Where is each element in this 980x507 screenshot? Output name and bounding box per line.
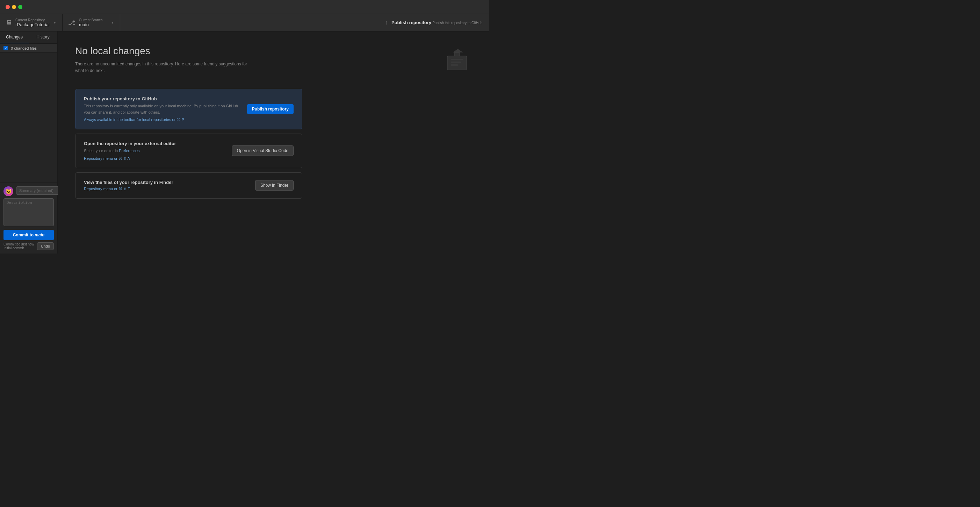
svg-rect-2 — [451, 62, 461, 63]
committed-row: Committed just now Initial commit Undo — [3, 240, 54, 250]
publish-card-title: Publish your repository to GitHub — [84, 96, 240, 101]
committed-info: Committed just now Initial commit — [3, 242, 34, 250]
no-changes-illustration — [444, 45, 472, 78]
sidebar-tabs: Changes History — [0, 32, 57, 44]
current-branch-section[interactable]: ⎇ Current Branch main ▼ — [62, 14, 120, 31]
publish-card-desc: This repository is currently only availa… — [84, 103, 240, 115]
editor-card-title: Open the repository in your external edi… — [84, 141, 225, 146]
editor-card: Open the repository in your external edi… — [75, 134, 302, 168]
current-branch-label: Current Branch — [79, 18, 103, 22]
commit-area: 🐱 Commit to main Committed just now Init… — [0, 183, 57, 254]
no-changes-text: No local changes There are no uncommitte… — [75, 45, 437, 74]
description-input[interactable] — [3, 198, 54, 226]
commit-avatar-row: 🐱 — [3, 187, 54, 196]
finder-card-title: View the files of your repository in Fin… — [84, 180, 248, 185]
monitor-icon: 🖥 — [6, 19, 12, 26]
close-button[interactable] — [6, 5, 10, 9]
changed-files-count: 0 changed files — [11, 46, 37, 50]
svg-rect-1 — [451, 59, 463, 60]
branch-icon: ⎇ — [68, 19, 75, 27]
svg-rect-4 — [454, 53, 460, 56]
publish-card: Publish your repository to GitHub This r… — [75, 89, 302, 129]
branch-chevron-icon: ▼ — [111, 21, 114, 24]
commit-branch: main — [35, 233, 45, 238]
files-area — [0, 53, 57, 183]
main-layout: Changes History 0 changed files 🐱 Commit… — [0, 32, 489, 254]
sidebar: Changes History 0 changed files 🐱 Commit… — [0, 32, 58, 254]
publish-info: Publish repository Publish this reposito… — [391, 20, 482, 25]
titlebar — [0, 0, 489, 14]
commit-button[interactable]: Commit to main — [3, 230, 54, 240]
avatar: 🐱 — [3, 187, 13, 196]
editor-card-hint: Repository menu or ⌘ ⇧ A — [84, 156, 225, 161]
tab-history[interactable]: History — [29, 32, 57, 43]
show-in-finder-button[interactable]: Show in Finder — [255, 180, 294, 191]
branch-info: Current Branch main — [79, 18, 103, 27]
committed-timestamp: Committed just now — [3, 242, 34, 246]
undo-button[interactable]: Undo — [37, 242, 54, 250]
maximize-button[interactable] — [18, 5, 22, 9]
open-in-vscode-button[interactable]: Open in Visual Studio Code — [232, 145, 294, 156]
svg-rect-3 — [451, 64, 458, 66]
no-changes-header: No local changes There are no uncommitte… — [75, 45, 472, 78]
publish-card-text: Publish your repository to GitHub This r… — [84, 96, 240, 122]
publish-repository-button[interactable]: Publish repository — [247, 104, 294, 114]
finder-card: View the files of your repository in Fin… — [75, 172, 302, 199]
minimize-button[interactable] — [12, 5, 16, 9]
current-repository-section[interactable]: 🖥 Current Repository rPackageTutorial ▼ — [0, 14, 62, 31]
publish-card-hint: Always available in the toolbar for loca… — [84, 118, 240, 122]
current-repository-label: Current Repository — [15, 18, 49, 22]
publish-sublabel: Publish this repository to GitHub — [432, 21, 482, 25]
publish-icon: ↑ — [385, 19, 388, 26]
traffic-lights — [6, 5, 22, 9]
select-all-checkbox[interactable] — [3, 46, 8, 50]
repository-info: Current Repository rPackageTutorial — [15, 18, 49, 27]
finder-card-text: View the files of your repository in Fin… — [84, 180, 248, 191]
chevron-down-icon: ▼ — [53, 21, 57, 24]
toolbar: 🖥 Current Repository rPackageTutorial ▼ … — [0, 14, 489, 32]
tab-changes[interactable]: Changes — [0, 32, 29, 43]
editor-card-desc: Select your editor in Preferences — [84, 148, 225, 154]
main-content: No local changes There are no uncommitte… — [58, 32, 489, 254]
editor-card-text: Open the repository in your external edi… — [84, 141, 225, 161]
branch-name: main — [79, 22, 103, 27]
preferences-link[interactable]: Preferences — [119, 148, 140, 153]
changed-files-row: 0 changed files — [0, 44, 57, 53]
finder-card-hint: Repository menu or ⌘ ⇧ F — [84, 187, 248, 191]
no-changes-description: There are no uncommitted changes in this… — [75, 61, 257, 74]
publish-label: Publish repository — [391, 20, 431, 25]
committed-message: Initial commit — [3, 246, 34, 250]
no-changes-title: No local changes — [75, 45, 437, 57]
repository-name: rPackageTutorial — [15, 22, 49, 27]
publish-repository-section[interactable]: ↑ Publish repository Publish this reposi… — [378, 14, 489, 31]
